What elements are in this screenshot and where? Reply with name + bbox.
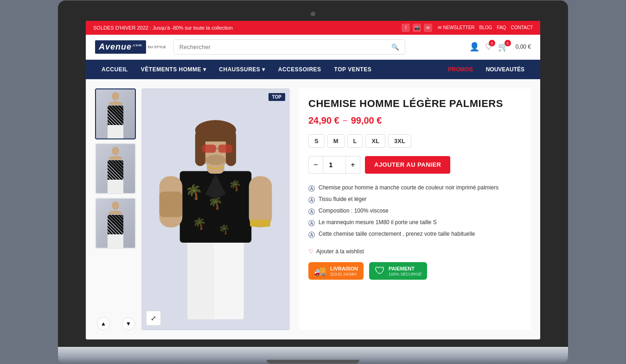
size-l[interactable]: L — [347, 134, 363, 148]
feature-text-3: Composition : 100% viscose — [319, 207, 389, 214]
top-nav-links: ✉ NEWSLETTER BLOG FAQ CONTACT — [438, 25, 533, 30]
trust-badges: 🚚 LIVRAISON SOUS 24/48H 🛡 PAIEMENT 100% … — [308, 262, 522, 280]
promo-bold: SOLDES D'HIVER 2022 : — [93, 25, 151, 31]
paiement-sub: 100% SÉCURISÉ — [389, 272, 422, 276]
cart-badge: 0 — [505, 40, 511, 46]
social-icons: f 📷 ✉ — [402, 24, 432, 32]
top-banner: SOLDES D'HIVER 2022 : Jusqu'à -80% sur t… — [86, 21, 540, 35]
thumbnail-list — [95, 88, 137, 249]
nav-nouveautes[interactable]: NOUVEAUTÉS — [479, 60, 531, 79]
newsletter-link[interactable]: ✉ NEWSLETTER — [438, 25, 474, 30]
laptop-bottom — [58, 357, 568, 364]
livraison-title: LIVRAISON — [330, 265, 358, 272]
feature-icon-3: Ⓐ — [308, 208, 315, 216]
whatsapp-icon[interactable]: ✉ — [424, 24, 432, 32]
logo[interactable]: Avenue.com DU STYLE — [95, 40, 166, 54]
svg-text:🌴: 🌴 — [218, 224, 230, 235]
livraison-icon: 🚚 — [314, 265, 326, 277]
feature-1: Ⓐ Chemise pour homme à manche courte de … — [308, 183, 522, 195]
size-s[interactable]: S — [308, 134, 325, 148]
feature-icon-4: Ⓐ — [308, 220, 315, 228]
nav-right: PROMOS NOUVEAUTÉS — [441, 60, 531, 79]
paiement-badge: 🛡 PAIEMENT 100% SÉCURISÉ — [369, 262, 428, 280]
size-xl[interactable]: XL — [365, 134, 385, 148]
product-photo: 🌴 🌴 🌴 🌴 🌴 — [141, 88, 290, 331]
wishlist-badge: 0 — [489, 40, 495, 46]
nav-promos[interactable]: PROMOS — [441, 60, 479, 79]
price-from: 24,90 € — [308, 115, 339, 126]
feature-icon-1: Ⓐ — [308, 185, 315, 193]
main-product-image: TOP 🌴 — [141, 88, 290, 331]
search-input[interactable] — [174, 40, 386, 54]
thumb-next-button[interactable]: ▼ — [122, 317, 135, 330]
add-to-cart-button[interactable]: AJOUTER AU PANIER — [365, 156, 450, 174]
feature-text-4: Le mannequin mesure 1M80 il porte une ta… — [319, 219, 437, 226]
nav-bar: ACCUEIL VÊTEMENTS HOMME ▾ CHAUSSURES ▾ A… — [86, 60, 540, 79]
nav-top-ventes[interactable]: TOP VENTES — [328, 60, 378, 79]
top-badge: TOP — [268, 93, 285, 101]
feature-icon-2: Ⓐ — [308, 196, 315, 205]
search-button[interactable]: 🔍 — [386, 40, 405, 54]
laptop-frame: SOLDES D'HIVER 2022 : Jusqu'à -80% sur t… — [58, 0, 568, 364]
laptop-base — [58, 347, 568, 357]
svg-text:🌴: 🌴 — [185, 183, 203, 200]
feature-4: Ⓐ Le mannequin mesure 1M80 il porte une … — [308, 218, 522, 229]
main-content: ▲ ▼ TOP — [86, 79, 540, 340]
nav-accessoires[interactable]: ACCESSOIRES — [272, 60, 328, 79]
thumb-prev-button[interactable]: ▲ — [97, 317, 110, 330]
svg-text:🌴: 🌴 — [192, 217, 207, 231]
search-bar: 🔍 — [173, 39, 405, 55]
paiement-icon: 🛡 — [375, 265, 385, 277]
nav-vetements[interactable]: VÊTEMENTS HOMME ▾ — [134, 60, 213, 79]
paiement-title: PAIEMENT — [389, 265, 422, 272]
logo-sub: DU STYLE — [148, 45, 166, 49]
product-features: Ⓐ Chemise pour homme à manche courte de … — [308, 183, 522, 241]
svg-rect-11 — [160, 191, 183, 217]
blog-link[interactable]: BLOG — [479, 25, 492, 30]
camera — [311, 12, 315, 16]
svg-rect-13 — [250, 220, 270, 226]
zoom-button[interactable]: ⤢ — [146, 311, 161, 326]
instagram-icon[interactable]: 📷 — [413, 24, 421, 32]
thumbnail-1[interactable] — [95, 88, 136, 139]
quantity-input[interactable] — [323, 156, 345, 174]
size-3xl[interactable]: 3XL — [388, 134, 411, 148]
feature-3: Ⓐ Composition : 100% viscose — [308, 206, 522, 218]
price-separator: – — [343, 116, 347, 125]
logo-text: Avenue — [99, 42, 132, 51]
livraison-badge: 🚚 LIVRAISON SOUS 24/48H — [308, 262, 364, 280]
feature-2: Ⓐ Tissu fluide et léger — [308, 195, 522, 206]
product-title: CHEMISE HOMME LÉGÈRE PALMIERS — [308, 98, 522, 110]
wishlist-link[interactable]: ♡ Ajouter à la wishlist — [308, 248, 522, 255]
feature-text-2: Tissu fluide et léger — [319, 196, 367, 202]
svg-rect-21 — [218, 144, 233, 153]
thumbnail-2[interactable] — [95, 143, 136, 194]
nav-links: ACCUEIL VÊTEMENTS HOMME ▾ CHAUSSURES ▾ A… — [95, 60, 441, 79]
svg-text:🌴: 🌴 — [229, 179, 242, 192]
screen-bezel: SOLDES D'HIVER 2022 : Jusqu'à -80% sur t… — [58, 0, 568, 347]
quantity-add-section: − + AJOUTER AU PANIER — [308, 156, 522, 174]
nav-chaussures[interactable]: CHAUSSURES ▾ — [212, 60, 271, 79]
feature-text-5: Cette chemise taille correctement , pren… — [319, 231, 475, 237]
logo-box: Avenue.com — [95, 40, 146, 54]
thumbnail-nav: ▲ ▼ — [95, 317, 137, 330]
quantity-increase[interactable]: + — [345, 156, 360, 174]
cart-price: 0,00 € — [516, 44, 531, 50]
heart-icon: ♡ — [308, 248, 313, 255]
contact-link[interactable]: CONTACT — [511, 25, 533, 30]
facebook-icon[interactable]: f — [402, 24, 410, 32]
faq-link[interactable]: FAQ — [497, 25, 506, 30]
livraison-sub: SOUS 24/48H — [330, 272, 358, 276]
cart-button[interactable]: 🛒 0 — [498, 42, 508, 52]
feature-icon-5: Ⓐ — [308, 231, 315, 239]
product-gallery: ▲ ▼ TOP — [95, 88, 290, 331]
thumbnail-3[interactable] — [95, 198, 136, 249]
product-info: CHEMISE HOMME LÉGÈRE PALMIERS 24,90 € – … — [299, 88, 531, 331]
wishlist-button[interactable]: ♡ 0 — [485, 42, 492, 52]
browser-screen: SOLDES D'HIVER 2022 : Jusqu'à -80% sur t… — [86, 21, 540, 340]
size-m[interactable]: M — [327, 134, 345, 148]
top-banner-right: f 📷 ✉ ✉ NEWSLETTER BLOG FAQ CONTACT — [402, 24, 533, 32]
nav-accueil[interactable]: ACCUEIL — [95, 60, 134, 79]
account-button[interactable]: 👤 — [469, 42, 479, 52]
quantity-decrease[interactable]: − — [308, 156, 323, 174]
